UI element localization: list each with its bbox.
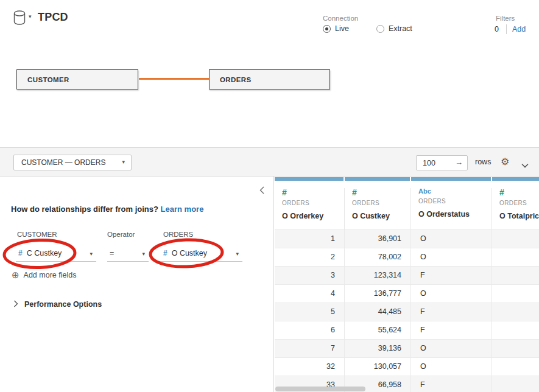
grid-cell: F [411, 321, 492, 339]
grid-body: 136,901O173,6278,002O46,93123,314F193,84… [275, 230, 539, 392]
operator-column-label: Operator [107, 231, 135, 238]
tableau-datasource-page: ▾ TPCD Connection Live Extract Filters 0… [0, 0, 539, 392]
grid-cell: 46,9 [492, 248, 539, 266]
collapse-pane-icon[interactable] [259, 186, 264, 197]
column-field-name: O Orderkey [282, 212, 344, 220]
number-icon: # [499, 188, 539, 197]
table-row: 278,002O46,9 [275, 248, 539, 267]
number-icon: # [352, 188, 410, 197]
panel-toolbar: CUSTOMER — ORDERS ▾ → rows ⚙ [0, 148, 539, 177]
row-count-input[interactable] [417, 156, 453, 170]
number-icon: # [18, 249, 23, 257]
table-row: 739,136O252,0 [275, 340, 539, 358]
horizontal-scrollbar[interactable] [275, 387, 365, 391]
grid-cell: F [411, 376, 492, 392]
left-field-value: C Custkey [27, 249, 62, 257]
grid-cell: 7 [275, 340, 345, 357]
grid-cell: 2 [275, 248, 345, 266]
grid-column-header[interactable]: #ORDERSO Custkey [345, 177, 411, 229]
grid-cell: F [411, 267, 492, 284]
grid-cell: 78,002 [345, 248, 411, 266]
grid-column-header[interactable]: #ORDERSO Orderkey [275, 177, 345, 229]
grid-cell: 4 [275, 285, 345, 303]
chevron-down-icon[interactable] [521, 159, 529, 170]
grid-column-header[interactable]: #ORDERSO Totalprice [492, 177, 539, 229]
live-radio[interactable] [323, 25, 331, 33]
relationship-question: How do relationships differ from joins? … [11, 205, 203, 214]
column-field-name: O Custkey [352, 212, 410, 220]
relationship-dropdown[interactable]: CUSTOMER — ORDERS ▾ [13, 155, 132, 170]
live-radio-label[interactable]: Live [335, 24, 349, 33]
gear-icon[interactable]: ⚙ [501, 156, 509, 167]
chevron-right-icon [13, 300, 18, 309]
grid-cell: 1 [275, 230, 345, 248]
left-field-dropdown[interactable]: # C Custkey ▾ [16, 245, 96, 262]
table-row: 4136,777O32, [275, 285, 539, 303]
grid-cell: 208,6 [492, 358, 539, 376]
learn-more-link[interactable]: Learn more [161, 205, 204, 214]
extract-radio-label[interactable]: Extract [389, 24, 412, 33]
panel-content: How do relationships differ from joins? … [0, 177, 539, 392]
grid-cell: O [411, 285, 492, 303]
grid-cell: O [411, 358, 492, 376]
column-field-name: O Orderstatus [418, 210, 491, 219]
extract-radio[interactable] [376, 25, 384, 33]
grid-cell: 39,136 [345, 340, 411, 357]
operator-value: = [110, 249, 114, 257]
grid-column-header[interactable]: AbcORDERSO Orderstatus [411, 177, 492, 229]
performance-options-label: Performance Options [24, 300, 102, 309]
database-menu-caret-icon[interactable]: ▾ [29, 13, 32, 19]
row-count-box: → [416, 155, 468, 170]
add-filter-link[interactable]: Add [512, 25, 526, 33]
filters-label: Filters [496, 15, 515, 22]
grid-cell: 5 [275, 303, 345, 321]
column-table-name: ORDERS [499, 200, 539, 206]
relationship-dropdown-value: CUSTOMER — ORDERS [21, 158, 105, 167]
connection-label: Connection [323, 15, 358, 22]
right-table-column-label: ORDERS [163, 231, 193, 238]
table-row: 655,624F58,7 [275, 321, 539, 340]
right-field-value: O Custkey [172, 249, 207, 257]
grid-cell: 58,7 [492, 321, 539, 339]
add-more-fields-label: Add more fields [24, 271, 77, 279]
grid-cell: 123,314 [345, 267, 411, 284]
grid-cell: 173,6 [492, 230, 539, 248]
grid-cell: 144,6 [492, 303, 539, 321]
datasource-title: TPCD [38, 11, 68, 24]
add-more-fields-button[interactable]: ⊕ Add more fields [12, 270, 76, 279]
right-field-dropdown[interactable]: # O Custkey ▾ [153, 245, 242, 262]
database-icon[interactable] [13, 10, 27, 29]
operator-dropdown[interactable]: = ▾ [107, 245, 149, 262]
filters-separator [506, 24, 507, 34]
grid-cell: 6 [275, 321, 345, 339]
table-row: 136,901O173,6 [275, 230, 539, 248]
data-preview-grid: #ORDERSO Orderkey#ORDERSO CustkeyAbcORDE… [275, 177, 539, 392]
grid-cell: 32, [492, 285, 539, 303]
grid-cell: O [411, 248, 492, 266]
column-field-name: O Totalprice [499, 212, 539, 220]
customer-table-box[interactable]: CUSTOMER [16, 69, 138, 89]
caret-down-icon: ▾ [90, 251, 93, 257]
grid-cell: 163,2 [492, 376, 539, 392]
caret-down-icon: ▾ [122, 159, 125, 165]
relationship-noodle[interactable] [139, 78, 209, 80]
relationship-editor-pane: How do relationships differ from joins? … [0, 177, 274, 392]
table-row: 3123,314F193,8 [275, 267, 539, 285]
grid-cell: 44,485 [345, 303, 411, 321]
filters-row: 0 Add [495, 24, 526, 34]
grid-cell: 193,8 [492, 267, 539, 284]
performance-options-expander[interactable]: Performance Options [13, 300, 102, 309]
grid-cell: 130,057 [345, 358, 411, 376]
table-row: 32130,057O208,6 [275, 358, 539, 376]
filters-count: 0 [495, 25, 499, 33]
grid-cell: 36,901 [345, 230, 411, 248]
connection-options: Live Extract [323, 24, 412, 33]
orders-table-box[interactable]: ORDERS [209, 69, 330, 89]
column-header-bar [492, 177, 539, 181]
apply-row-count-arrow-icon[interactable]: → [455, 158, 463, 167]
table-row: 544,485F144,6 [275, 303, 539, 321]
add-circle-icon: ⊕ [12, 270, 19, 279]
string-icon: Abc [418, 188, 491, 195]
grid-cell: 32 [275, 358, 345, 376]
column-header-bar [275, 177, 343, 181]
